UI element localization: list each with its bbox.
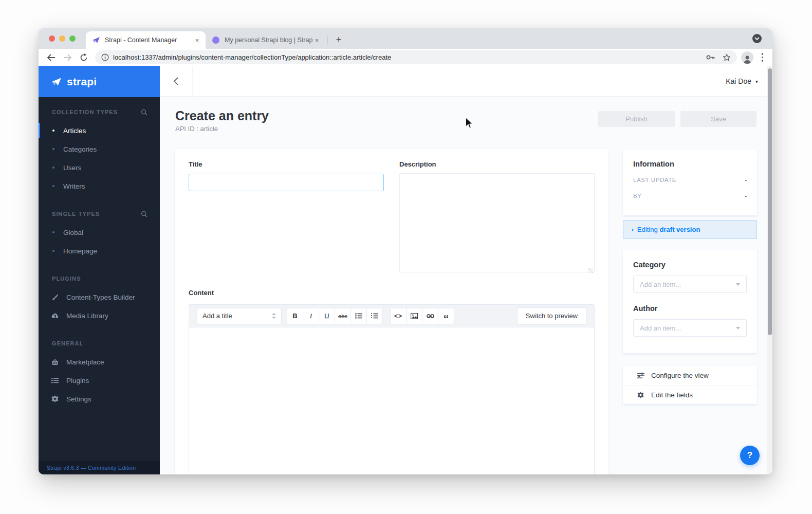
brand-name: strapi <box>67 76 97 88</box>
page-scrollbar[interactable] <box>767 66 772 474</box>
category-placeholder: Add an item... <box>640 281 681 288</box>
view-links-card: Configure the view Edit the fields <box>623 366 757 404</box>
tab-title: Strapi - Content Manager <box>105 36 193 44</box>
draft-prefix: Editing <box>637 226 658 233</box>
author-placeholder: Add an item... <box>640 324 681 332</box>
information-title: Information <box>633 160 747 168</box>
author-select[interactable]: Add an item... <box>633 319 747 337</box>
search-icon[interactable] <box>141 211 147 217</box>
profile-avatar[interactable] <box>741 51 753 64</box>
relations-card: Category Add an item... Author Add an it… <box>623 250 757 353</box>
back-button[interactable] <box>160 66 193 97</box>
bold-button[interactable]: B <box>287 308 303 324</box>
forward-icon[interactable] <box>61 51 73 64</box>
chevron-down-icon <box>736 283 740 286</box>
sidebar: strapi COLLECTION TYPES Articles <box>39 66 160 474</box>
configure-view-link[interactable]: Configure the view <box>623 366 757 385</box>
description-textarea[interactable] <box>399 173 595 272</box>
sidebar-item-label: Categories <box>63 145 97 153</box>
sidebar-item-articles[interactable]: Articles <box>39 121 160 140</box>
tab-personal-blog[interactable]: My personal Strapi blog | Strap × <box>206 31 325 49</box>
heading-select-value: Add a title <box>202 312 232 320</box>
reload-icon[interactable] <box>78 51 90 64</box>
heading-select[interactable]: Add a title <box>197 308 282 324</box>
address-bar[interactable]: localhost:1337/admin/plugins/content-man… <box>95 50 737 64</box>
underline-button[interactable]: U <box>319 308 335 324</box>
image-button[interactable] <box>406 308 422 324</box>
page-title: Create an entry <box>175 108 269 123</box>
sidebar-item-settings[interactable]: Settings <box>39 390 160 408</box>
bullet-icon <box>52 185 54 187</box>
new-tab-button[interactable]: + <box>332 33 345 46</box>
minimize-window-button[interactable] <box>59 35 65 42</box>
title-field-label: Title <box>189 160 384 168</box>
bookmark-star-icon[interactable] <box>723 53 731 62</box>
back-icon[interactable] <box>45 51 57 64</box>
section-label-collection-types: COLLECTION TYPES <box>52 109 118 115</box>
description-field-label: Description <box>399 160 595 168</box>
user-menu[interactable]: Kai Doe ▾ <box>726 66 758 97</box>
gear-icon <box>51 395 59 402</box>
sidebar-item-label: Global <box>63 229 83 236</box>
sidebar-item-global[interactable]: Global <box>39 223 160 242</box>
title-input[interactable] <box>189 174 384 191</box>
switch-to-preview-button[interactable]: Switch to preview <box>517 307 586 325</box>
page-title-block: Create an entry API ID : article <box>175 108 269 133</box>
sidebar-item-plugins[interactable]: Plugins <box>39 371 160 390</box>
publish-button[interactable]: Publish <box>598 111 675 127</box>
close-tab-icon[interactable]: × <box>312 36 321 45</box>
chevron-down-icon: ▾ <box>755 79 758 84</box>
save-button[interactable]: Save <box>680 111 756 127</box>
italic-button[interactable]: I <box>303 308 319 324</box>
sidebar-item-writers[interactable]: Writers <box>39 177 160 195</box>
link-button[interactable] <box>422 308 438 324</box>
author-label: Author <box>633 304 747 313</box>
edit-fields-label: Edit the fields <box>651 391 693 399</box>
sidebar-item-content-types-builder[interactable]: Content-Types Builder <box>39 288 160 306</box>
sidebar-item-media-library[interactable]: Media Library <box>39 306 160 325</box>
resize-grip-icon[interactable] <box>588 268 593 273</box>
editor-toolbar: Add a title B I U abc <box>189 305 594 327</box>
last-update-label: LAST UPDATE <box>633 177 676 184</box>
bullet-list-button[interactable] <box>350 308 367 324</box>
password-key-icon[interactable] <box>706 54 715 60</box>
close-tab-icon[interactable]: × <box>193 36 201 45</box>
sidebar-item-label: Articles <box>63 127 86 135</box>
code-button[interactable]: <> <box>390 308 407 324</box>
url-text: localhost:1337/admin/plugins/content-man… <box>113 53 706 61</box>
draft-emphasis: draft version <box>660 226 700 233</box>
category-select[interactable]: Add an item... <box>633 276 747 293</box>
edit-fields-link[interactable]: Edit the fields <box>623 385 757 404</box>
sidebar-item-homepage[interactable]: Homepage <box>39 242 160 260</box>
entry-form-card: Title Description Content Add a title <box>175 149 608 474</box>
tab-strapi-content-manager[interactable]: Strapi - Content Manager × <box>86 31 206 49</box>
bullet-icon <box>52 231 54 233</box>
category-label: Category <box>633 261 747 269</box>
search-icon[interactable] <box>141 109 147 116</box>
api-id-subtitle: API ID : article <box>175 125 269 133</box>
content-field-label: Content <box>189 289 214 297</box>
scrollbar-thumb[interactable] <box>768 68 772 335</box>
section-label-plugins: PLUGINS <box>52 276 81 282</box>
close-window-button[interactable] <box>49 35 55 42</box>
sidebar-item-marketplace[interactable]: Marketplace <box>39 353 160 371</box>
tab-search-button[interactable] <box>752 34 762 43</box>
ordered-list-button[interactable] <box>366 308 383 324</box>
sidebar-item-users[interactable]: Users <box>39 158 160 177</box>
browser-menu-icon[interactable] <box>759 53 766 61</box>
help-button[interactable]: ? <box>740 446 760 465</box>
traffic-lights <box>49 35 76 42</box>
browser-toolbar: localhost:1337/admin/plugins/content-man… <box>39 49 772 66</box>
strapi-version-link[interactable]: Strapi v3.6.3 — Community Edition <box>39 461 160 474</box>
by-value: - <box>745 193 747 200</box>
site-info-icon[interactable] <box>101 53 109 61</box>
quote-button[interactable]: “ <box>438 308 454 324</box>
strikethrough-button[interactable]: abc <box>335 308 351 324</box>
sidebar-item-categories[interactable]: Categories <box>39 140 160 158</box>
editor-body[interactable] <box>189 327 594 474</box>
bullet-icon <box>52 148 54 150</box>
strapi-logo[interactable]: strapi <box>39 66 160 97</box>
sidebar-item-label: Media Library <box>66 312 108 320</box>
gear-icon <box>637 392 644 398</box>
zoom-window-button[interactable] <box>69 35 76 42</box>
